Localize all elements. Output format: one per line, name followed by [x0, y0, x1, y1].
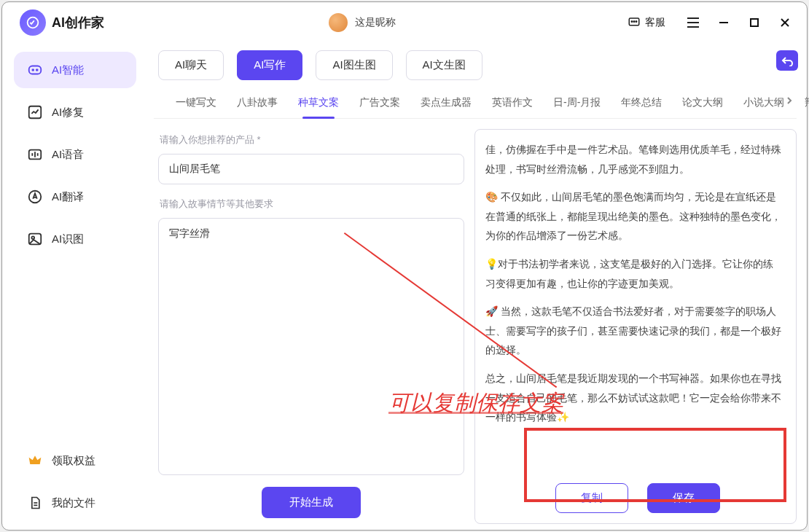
sidebar-item-ai-smart[interactable]: AI智能	[14, 52, 136, 88]
sidebar-item-label: AI翻译	[52, 190, 84, 204]
app-logo-wrap: AI创作家	[20, 9, 104, 36]
subtab-novel[interactable]: 小说大纲	[743, 90, 784, 118]
sidebar-item-label: 领取权益	[52, 454, 95, 468]
output-paragraph: 🎨 不仅如此，山间居毛笔的墨色饱满而均匀，无论是在宣纸还是在普通的纸张上，都能呈…	[485, 187, 783, 246]
copy-button[interactable]: 复制	[555, 483, 628, 513]
subtab-grass[interactable]: 种草文案	[298, 90, 339, 118]
tab-write[interactable]: AI写作	[237, 50, 302, 80]
save-button[interactable]: 保存	[647, 483, 720, 513]
sidebar-item-label: AI修复	[52, 106, 84, 120]
svg-point-2	[631, 21, 633, 23]
output-paragraph: 🚀 当然，这款毛笔不仅适合书法爱好者，对于需要签字的职场人士、需要写字的孩子们，…	[485, 302, 783, 360]
tab-img2img[interactable]: AI图生图	[316, 50, 392, 80]
ai-image-icon	[27, 231, 43, 247]
sidebar-item-rewards[interactable]: 领取权益	[14, 442, 136, 479]
sidebar-item-label: AI智能	[52, 63, 84, 77]
avatar[interactable]	[329, 13, 348, 32]
sidebar: AI智能 AI修复 AI语音 AI翻译 AI识图 领取权益	[2, 43, 148, 530]
subtab-yearend[interactable]: 年终总结	[621, 90, 662, 118]
output-paragraph: 总之，山间居毛笔是我近期发现的一个书写神器。如果你也在寻找一支适合自己的毛笔，那…	[485, 369, 783, 427]
return-icon	[781, 55, 794, 66]
subtab-gossip[interactable]: 八卦故事	[237, 90, 278, 118]
chat-icon	[628, 16, 641, 29]
subtab-debate[interactable]: 辩论稿	[805, 90, 809, 118]
svg-point-13	[32, 69, 34, 71]
subtab-quickwrite[interactable]: 一键写文	[176, 90, 216, 118]
svg-point-22	[31, 236, 34, 239]
extra-textarea[interactable]	[158, 218, 464, 475]
output-panel: 佳，仿佛握在手中是一件艺术品。笔锋则选用优质羊毛，经过特殊处理，书写时丝滑流畅，…	[474, 129, 797, 524]
sidebar-item-label: AI识图	[52, 232, 84, 246]
titlebar: AI创作家 这是昵称 客服	[2, 2, 807, 43]
app-title: AI创作家	[52, 14, 104, 31]
sidebar-item-myfiles[interactable]: 我的文件	[14, 485, 136, 521]
chevron-right-icon	[785, 96, 794, 105]
sidebar-item-ai-translate[interactable]: AI翻译	[14, 179, 136, 215]
subtab-paper[interactable]: 论文大纲	[682, 90, 723, 118]
minimize-button[interactable]	[714, 12, 734, 33]
tab-chat[interactable]: AI聊天	[158, 50, 224, 80]
sidebar-item-label: 我的文件	[52, 496, 95, 510]
menu-button[interactable]	[683, 12, 703, 33]
svg-point-3	[633, 21, 635, 23]
maximize-button[interactable]	[744, 12, 765, 33]
close-button[interactable]	[775, 12, 795, 33]
customer-service-button[interactable]: 客服	[620, 12, 673, 34]
subtab-sellingpoint[interactable]: 卖点生成器	[421, 90, 472, 118]
output-paragraph: 💡对于书法初学者来说，这支笔是极好的入门选择。它让你的练习变得更加有趣，也让你的…	[485, 254, 783, 293]
return-button[interactable]	[776, 50, 798, 71]
product-label: 请输入你想推荐的产品 *	[160, 133, 464, 146]
svg-rect-9	[751, 19, 758, 26]
subtab-scroll-right[interactable]	[782, 93, 797, 108]
subtab-ad[interactable]: 广告文案	[359, 90, 400, 118]
file-icon	[27, 495, 43, 511]
subtab-english[interactable]: 英语作文	[492, 90, 533, 118]
customer-service-label: 客服	[645, 16, 665, 29]
ai-voice-icon	[27, 146, 43, 163]
crown-icon	[27, 453, 43, 469]
ai-smart-icon	[27, 62, 43, 78]
sidebar-item-label: AI语音	[52, 148, 84, 162]
nickname: 这是昵称	[355, 16, 396, 29]
tab-txt2img[interactable]: AI文生图	[406, 50, 482, 80]
subtab-report[interactable]: 日-周-月报	[553, 90, 601, 118]
ai-repair-icon	[27, 104, 43, 120]
output-paragraph: 佳，仿佛握在手中是一件艺术品。笔锋则选用优质羊毛，经过特殊处理，书写时丝滑流畅，…	[485, 140, 783, 179]
sidebar-item-ai-repair[interactable]: AI修复	[14, 94, 136, 130]
output-text: 佳，仿佛握在手中是一件艺术品。笔锋则选用优质羊毛，经过特殊处理，书写时丝滑流畅，…	[485, 140, 790, 470]
sidebar-item-ai-voice[interactable]: AI语音	[14, 136, 136, 173]
ai-translate-icon	[27, 189, 43, 205]
generate-button[interactable]: 开始生成	[262, 487, 361, 518]
svg-point-14	[36, 69, 38, 71]
extra-label: 请输入故事情节等其他要求	[160, 197, 464, 211]
sub-tabs: 一键写文 八卦故事 种草文案 广告文案 卖点生成器 英语作文 日-周-月报 年终…	[154, 87, 797, 119]
top-tabs: AI聊天 AI写作 AI图生图 AI文生图	[154, 47, 797, 87]
svg-point-4	[636, 21, 637, 23]
input-panel: 请输入你想推荐的产品 * 请输入故事情节等其他要求 开始生成	[158, 129, 464, 524]
sidebar-item-ai-image[interactable]: AI识图	[14, 221, 136, 257]
app-logo-icon	[20, 9, 46, 36]
svg-rect-12	[29, 66, 42, 74]
product-input[interactable]	[158, 154, 464, 184]
